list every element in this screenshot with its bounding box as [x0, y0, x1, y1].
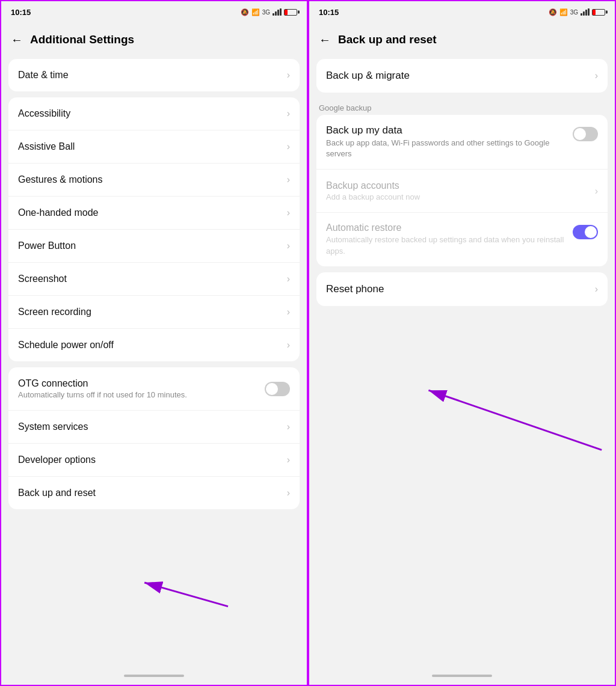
power-button-label: Power Button [18, 240, 76, 251]
backup-accounts-title: Backup accounts [326, 180, 595, 191]
automatic-restore-toggle[interactable] [573, 225, 598, 239]
right-signal-bars [581, 8, 590, 16]
otg-card: OTG connection Automatically turns off i… [8, 367, 300, 509]
schedule-power-chevron: › [287, 340, 290, 351]
otg-toggle[interactable] [265, 382, 290, 396]
back-up-reset-item[interactable]: Back up and reset › [8, 477, 300, 509]
screen-recording-chevron: › [287, 307, 290, 317]
right-data-icon: 3G [570, 9, 578, 16]
google-backup-section-label: Google backup [316, 99, 608, 115]
left-status-bar: 10:15 🔕 📶 3G [1, 1, 307, 23]
screen-recording-label: Screen recording [18, 307, 91, 317]
left-arrow-annotation [1, 544, 307, 616]
otg-content: OTG connection Automatically turns off i… [18, 378, 265, 399]
data-icon: 3G [262, 9, 270, 16]
left-status-time: 10:15 [11, 8, 31, 17]
right-arrow-annotation [309, 348, 615, 456]
one-handed-chevron: › [287, 207, 290, 218]
backup-my-data-sub: Back up app data, Wi-Fi passwords and ot… [326, 138, 573, 159]
date-time-item[interactable]: Date & time › [8, 59, 300, 91]
google-backup-card: Back up my data Back up app data, Wi-Fi … [316, 115, 608, 266]
otg-title: OTG connection [18, 378, 265, 389]
date-time-chevron: › [287, 70, 290, 81]
right-mute-icon: 🔕 [549, 8, 557, 16]
automatic-restore-toggle-knob [585, 226, 597, 238]
developer-options-chevron: › [287, 455, 290, 465]
backup-my-data-title: Back up my data [326, 124, 573, 136]
svg-line-1 [144, 583, 228, 607]
schedule-power-item[interactable]: Schedule power on/off › [8, 329, 300, 361]
right-wifi-icon: 📶 [559, 8, 568, 16]
one-handed-item[interactable]: One-handed mode › [8, 197, 300, 230]
right-battery-icon [592, 9, 605, 16]
wifi-icon: 📶 [251, 8, 260, 16]
screenshot-item[interactable]: Screenshot › [8, 263, 300, 296]
signal-bars [273, 8, 282, 16]
left-status-icons: 🔕 📶 3G [241, 8, 297, 16]
automatic-restore-content: Automatic restore Automatically restore … [326, 222, 573, 256]
screenshot-label: Screenshot [18, 274, 67, 284]
reset-phone-label: Reset phone [326, 283, 384, 295]
otg-item[interactable]: OTG connection Automatically turns off i… [8, 367, 300, 411]
automatic-restore-sub: Automatically restore backed up settings… [326, 234, 573, 256]
left-page-title: Additional Settings [30, 33, 134, 46]
automatic-restore-title: Automatic restore [326, 222, 573, 233]
system-services-chevron: › [287, 421, 290, 432]
assistive-ball-item[interactable]: Assistive Ball › [8, 130, 300, 164]
svg-line-3 [428, 390, 602, 450]
backup-migrate-chevron: › [595, 70, 598, 81]
automatic-restore-item[interactable]: Automatic restore Automatically restore … [316, 213, 608, 266]
backup-my-data-toggle-knob [574, 128, 586, 140]
right-status-time: 10:15 [319, 8, 339, 17]
left-back-arrow[interactable]: ← [11, 33, 23, 47]
backup-accounts-item[interactable]: Backup accounts Add a backup account now… [316, 170, 608, 213]
otg-toggle-knob [266, 383, 278, 395]
accessibility-item[interactable]: Accessibility › [8, 97, 300, 130]
right-back-arrow[interactable]: ← [319, 33, 331, 47]
reset-phone-item[interactable]: Reset phone › [316, 272, 608, 306]
right-home-bar [432, 675, 492, 677]
left-home-indicator [1, 667, 307, 685]
backup-migrate-item[interactable]: Back up & migrate › [316, 59, 608, 93]
backup-my-data-item[interactable]: Back up my data Back up app data, Wi-Fi … [316, 115, 608, 170]
gestures-item[interactable]: Gestures & motions › [8, 164, 300, 197]
backup-my-data-toggle[interactable] [573, 127, 598, 141]
otg-sub: Automatically turns off if not used for … [18, 390, 265, 399]
power-button-item[interactable]: Power Button › [8, 230, 300, 263]
backup-migrate-card: Back up & migrate › [316, 59, 608, 93]
assistive-ball-label: Assistive Ball [18, 141, 75, 152]
reset-phone-card: Reset phone › [316, 272, 608, 306]
developer-options-item[interactable]: Developer options › [8, 444, 300, 477]
developer-options-label: Developer options [18, 455, 96, 465]
left-phone-panel: 10:15 🔕 📶 3G ← Additional Settings Date … [0, 0, 308, 686]
left-home-bar [124, 675, 184, 677]
system-services-label: System services [18, 421, 88, 432]
gestures-label: Gestures & motions [18, 174, 103, 185]
one-handed-label: One-handed mode [18, 207, 98, 218]
power-button-chevron: › [287, 240, 290, 251]
right-page-title: Back up and reset [338, 33, 437, 46]
back-up-reset-label: Back up and reset [18, 488, 96, 498]
backup-accounts-sub: Add a backup account now [326, 192, 595, 201]
screenshot-chevron: › [287, 274, 290, 284]
backup-migrate-label: Back up & migrate [326, 70, 410, 82]
back-up-reset-chevron: › [287, 488, 290, 498]
right-phone-panel: 10:15 🔕 📶 3G ← Back up and reset Back up… [308, 0, 616, 686]
main-settings-card: Accessibility › Assistive Ball › Gesture… [8, 97, 300, 361]
left-page-header: ← Additional Settings [1, 23, 307, 57]
right-status-bar: 10:15 🔕 📶 3G [309, 1, 615, 23]
right-page-header: ← Back up and reset [309, 23, 615, 57]
backup-accounts-chevron: › [595, 186, 598, 197]
right-status-icons: 🔕 📶 3G [549, 8, 605, 16]
gestures-chevron: › [287, 174, 290, 185]
screen-recording-item[interactable]: Screen recording › [8, 296, 300, 329]
date-time-label: Date & time [18, 70, 69, 81]
schedule-power-label: Schedule power on/off [18, 340, 114, 351]
battery-icon [284, 9, 297, 16]
system-services-item[interactable]: System services › [8, 411, 300, 444]
right-home-indicator [309, 667, 615, 685]
backup-accounts-content: Backup accounts Add a backup account now [326, 180, 595, 201]
accessibility-chevron: › [287, 108, 290, 119]
reset-phone-chevron: › [595, 284, 598, 295]
backup-my-data-content: Back up my data Back up app data, Wi-Fi … [326, 124, 573, 159]
